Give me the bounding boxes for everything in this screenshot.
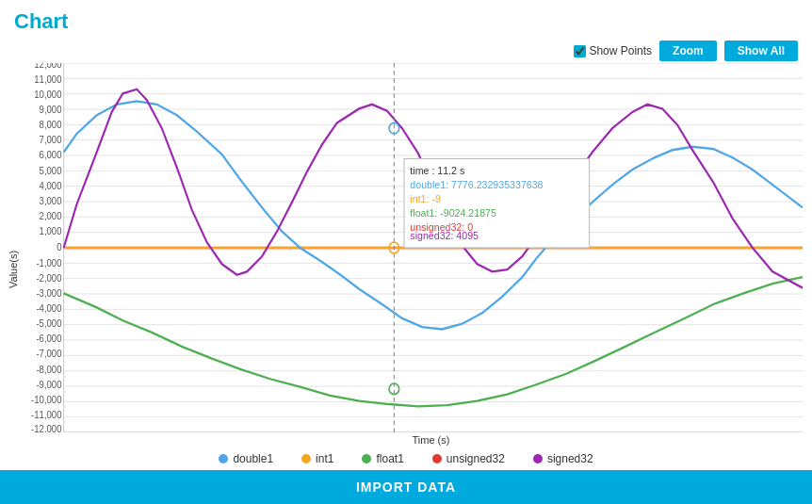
legend-item-int1: int1 <box>301 452 333 465</box>
show-points-checkbox[interactable] <box>574 45 586 57</box>
legend-label-double1: double1 <box>233 452 273 465</box>
chart-area: Value(s) <box>0 63 812 447</box>
legend-label-float1: float1 <box>376 452 403 465</box>
svg-text:-3,000: -3,000 <box>36 288 62 299</box>
chart-svg-container[interactable]: 12,000 11,000 10,000 9,000 8,000 7,000 6… <box>22 63 803 432</box>
svg-text:-11,000: -11,000 <box>31 410 62 420</box>
svg-text:7,000: 7,000 <box>40 135 62 145</box>
legend-dot-unsigned32 <box>432 454 442 463</box>
svg-text:-12,000: -12,000 <box>31 424 62 432</box>
import-data-button[interactable]: IMPORT DATA <box>0 470 812 504</box>
legend-dot-float1 <box>362 454 371 463</box>
svg-text:3,000: 3,000 <box>40 196 62 206</box>
legend-item-double1: double1 <box>219 452 273 465</box>
svg-text:10,000: 10,000 <box>34 89 62 100</box>
chart-svg: 12,000 11,000 10,000 9,000 8,000 7,000 6… <box>22 63 803 432</box>
svg-text:-4,000: -4,000 <box>36 303 62 314</box>
svg-text:-5,000: -5,000 <box>36 318 62 329</box>
app: Chart Show Points Zoom Show All Value(s) <box>0 0 812 504</box>
show-all-button[interactable]: Show All <box>724 41 798 61</box>
legend-label-signed32: signed32 <box>547 452 593 465</box>
svg-text:12,000: 12,000 <box>34 63 62 70</box>
toolbar: Show Points Zoom Show All <box>0 39 812 63</box>
chart-legend: double1 int1 float1 unsigned32 signed32 <box>0 447 812 470</box>
y-axis-label: Value(s) <box>5 63 22 447</box>
x-axis-label: Time (s) <box>22 432 803 447</box>
svg-text:float1: -9024.21875: float1: -9024.21875 <box>410 206 496 218</box>
svg-text:8,000: 8,000 <box>40 120 62 130</box>
show-points-label[interactable]: Show Points <box>574 44 652 57</box>
legend-item-unsigned32: unsigned32 <box>432 452 505 465</box>
svg-text:signed32: 4095: signed32: 4095 <box>410 229 479 240</box>
svg-text:-2,000: -2,000 <box>36 272 62 283</box>
svg-text:11,000: 11,000 <box>34 73 62 84</box>
legend-item-float1: float1 <box>362 452 403 465</box>
svg-text:-10,000: -10,000 <box>31 395 62 405</box>
legend-item-signed32: signed32 <box>533 452 593 465</box>
svg-text:4,000: 4,000 <box>40 180 62 190</box>
legend-label-int1: int1 <box>316 452 333 465</box>
svg-text:-7,000: -7,000 <box>36 349 62 359</box>
svg-text:time : 11.2 s: time : 11.2 s <box>410 164 464 175</box>
svg-text:9,000: 9,000 <box>40 105 62 115</box>
svg-text:5,000: 5,000 <box>40 165 62 175</box>
page-title: Chart <box>14 9 68 33</box>
svg-text:-9,000: -9,000 <box>36 379 62 389</box>
svg-text:-1,000: -1,000 <box>36 257 62 268</box>
svg-text:2,000: 2,000 <box>40 211 62 221</box>
svg-text:0: 0 <box>57 242 62 252</box>
svg-text:1,000: 1,000 <box>40 226 62 236</box>
svg-text:int1: -9: int1: -9 <box>410 192 440 203</box>
chart-inner: 12,000 11,000 10,000 9,000 8,000 7,000 6… <box>22 63 803 447</box>
svg-text:double1: 7776.232935337638: double1: 7776.232935337638 <box>410 178 543 189</box>
svg-text:-8,000: -8,000 <box>36 364 62 374</box>
legend-dot-double1 <box>219 454 228 463</box>
legend-dot-int1 <box>301 454 311 463</box>
zoom-button[interactable]: Zoom <box>659 41 717 61</box>
legend-label-unsigned32: unsigned32 <box>447 452 505 465</box>
legend-dot-signed32 <box>533 454 543 463</box>
svg-text:6,000: 6,000 <box>40 150 62 160</box>
header: Chart <box>0 0 812 39</box>
svg-text:-6,000: -6,000 <box>36 333 62 344</box>
